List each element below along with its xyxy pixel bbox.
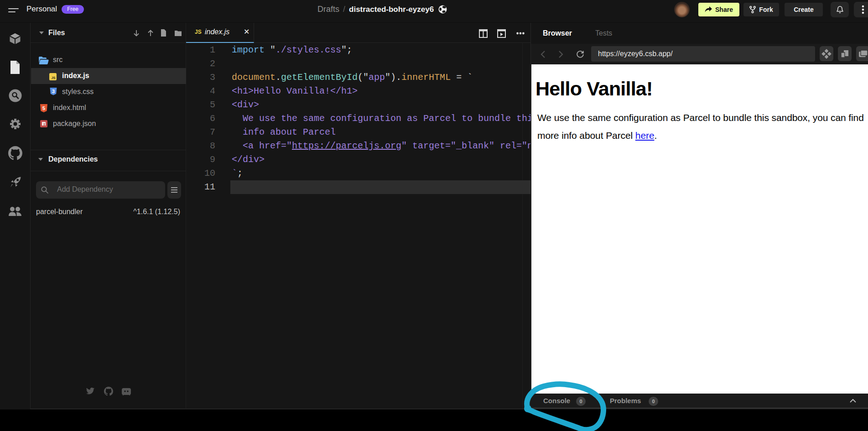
svg-text:5: 5 [42,105,46,111]
svg-text:JS: JS [51,76,55,80]
svg-text:3: 3 [52,89,55,94]
